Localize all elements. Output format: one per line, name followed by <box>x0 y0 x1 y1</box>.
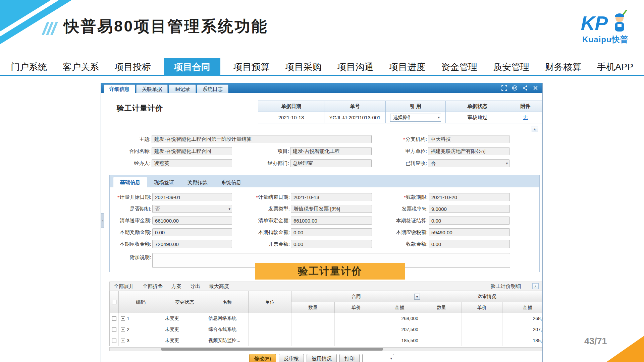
doc-status-value: 审核通过 <box>446 112 509 123</box>
receivable-amount-input[interactable]: 720490.00 <box>152 240 232 248</box>
cell-name: 综合布线系统 <box>206 324 249 335</box>
doc-header-table: 单据日期 单号 引 用 单据状态 附件 2021-10-13 YGJLJJ-20… <box>258 101 542 123</box>
contract-name-input[interactable]: 建发·吾悦智能化工程合同 <box>152 147 232 155</box>
close-icon[interactable] <box>533 85 538 91</box>
visa-settlement-input[interactable]: 0.00 <box>429 217 510 225</box>
im-icon[interactable] <box>512 85 518 91</box>
collapse-all-link[interactable]: 全部折叠 <box>143 283 163 290</box>
payment-term-input[interactable]: 2021-10-20 <box>429 193 510 201</box>
select-all-cell <box>110 291 119 313</box>
cell-contract-price <box>335 313 378 324</box>
invoice-tax-rate-input[interactable]: 9.0000 <box>429 205 510 213</box>
scheme-link[interactable]: 方案 <box>171 283 181 290</box>
table-row[interactable]: +1 未变更 信息网络系统 268,000 268,000 <box>110 313 543 324</box>
collapse-left-icon: ◄ <box>101 220 104 222</box>
sub-tab-basic-info[interactable]: 基础信息 <box>113 177 147 188</box>
select-all-checkbox[interactable] <box>112 300 116 304</box>
usage-button[interactable]: 被用情况 <box>307 354 337 362</box>
nav-item-progress[interactable]: 项目进度 <box>386 59 428 75</box>
expand-row-icon[interactable]: + <box>121 327 125 332</box>
branch-input[interactable]: 中天科技 <box>428 135 509 143</box>
share-icon[interactable] <box>522 85 528 91</box>
tab-system-log[interactable]: 系统日志 <box>197 84 228 93</box>
logo-mark: KP <box>581 13 608 34</box>
review-group-header: 送审情况 <box>421 291 543 302</box>
initial-period-select[interactable]: 否 ▾ <box>152 205 232 213</box>
nav-item-funds[interactable]: 资金管理 <box>438 59 480 75</box>
receivable-select[interactable]: 否 ▾ <box>428 159 509 167</box>
scrollbar-thumb[interactable] <box>161 348 383 351</box>
info-form: 主题: 建发·吾悦智能化工程合同第一阶段计量结算 *分支机构: 中天科技 合同名… <box>101 133 542 170</box>
reward-amount-input[interactable]: 0.00 <box>152 228 232 236</box>
sub-tab-site-visa[interactable]: 现场签证 <box>147 177 181 187</box>
invoiced-amount-input[interactable]: 0.00 <box>291 240 372 248</box>
nav-item-portal[interactable]: 门户系统 <box>8 59 50 75</box>
field-measure-start: *计量开始日期: 2021-09-01 <box>110 193 232 201</box>
row-checkbox[interactable] <box>112 339 116 343</box>
handler-input[interactable]: 凌燕英 <box>152 159 232 167</box>
field-deduction-amount: 本期扣款金额: 0.00 <box>237 228 372 237</box>
expand-all-link[interactable]: 全部展开 <box>114 283 134 290</box>
col-attachment: 附件 <box>509 101 542 112</box>
nav-item-procurement[interactable]: 项目采购 <box>283 59 324 75</box>
nav-item-communication[interactable]: 项目沟通 <box>334 59 376 75</box>
collapse-grid-button[interactable]: ∧ <box>532 283 539 289</box>
row-checkbox[interactable] <box>112 316 116 321</box>
document-title: 验工计量计价 <box>117 103 163 113</box>
col-name: 名称 <box>206 291 249 313</box>
nav-item-budget[interactable]: 项目预算 <box>231 59 272 75</box>
list-submitted-amount-input[interactable]: 661000.00 <box>152 217 232 225</box>
modify-button[interactable]: 修改(E) <box>249 354 276 362</box>
column-combo-button[interactable]: ▾ <box>414 294 420 300</box>
export-link[interactable]: 导出 <box>190 283 200 290</box>
project-input[interactable]: 建发·吾悦智能化工程 <box>290 147 372 155</box>
cell-change-status: 未变更 <box>163 335 206 346</box>
print-button[interactable]: 打印 <box>339 354 360 362</box>
deduction-amount-input[interactable]: 0.00 <box>291 228 372 236</box>
footer-button-bar: 修改(E) 反审核 被用情况 打印 ▾ <box>101 354 542 362</box>
attachment-link[interactable]: 无 <box>523 114 528 121</box>
overlay-banner: 验工计量计价 <box>255 263 405 280</box>
list-approved-amount-input[interactable]: 661000.00 <box>291 217 372 225</box>
cell-unit <box>249 335 291 346</box>
row-checkbox[interactable] <box>112 327 116 332</box>
collected-amount-input[interactable]: 0.00 <box>429 240 510 248</box>
tab-related-docs[interactable]: 关联单据 <box>136 84 168 93</box>
measure-end-input[interactable]: 2021-10-13 <box>291 193 372 201</box>
table-row[interactable]: +3 未变更 视频安防监控... 185,500 185,500 <box>110 335 543 346</box>
col-review-amount: 金额 <box>502 302 543 313</box>
sub-tab-system-info[interactable]: 系统信息 <box>214 177 248 187</box>
field-initial-period: 是否期初: 否 ▾ <box>110 204 232 213</box>
nav-item-mobile-app[interactable]: 手机APP <box>594 59 636 75</box>
fullscreen-icon[interactable] <box>501 85 507 91</box>
max-height-link[interactable]: 最大高度 <box>209 283 229 290</box>
tab-im-record[interactable]: IM记录 <box>169 84 196 93</box>
nav-item-finance[interactable]: 财务核算 <box>542 59 584 75</box>
measure-start-input[interactable]: 2021-09-01 <box>152 193 232 201</box>
nav-item-crm[interactable]: 客户关系 <box>60 59 102 75</box>
table-row[interactable]: +2 未变更 综合布线系统 207,500 207,500 <box>110 324 543 335</box>
panel-collapse-handle[interactable]: ◄ <box>101 213 104 228</box>
horizontal-scrollbar[interactable] <box>109 347 543 351</box>
window-controls <box>501 85 538 91</box>
handler-dept-input[interactable]: 总经理室 <box>290 159 372 167</box>
reference-select[interactable]: 选择操作 ▾ <box>390 114 441 122</box>
collapse-header-button[interactable]: ∧ <box>532 126 538 132</box>
col-contract-amount: 金额 <box>378 302 421 313</box>
nav-item-bidding[interactable]: 项目投标 <box>112 59 154 75</box>
party-a-input[interactable]: 福建兆联房地产有限公司 <box>428 147 509 155</box>
expand-row-icon[interactable]: + <box>121 316 125 321</box>
expand-row-icon[interactable]: + <box>121 339 125 343</box>
footer-dropdown[interactable]: ▾ <box>362 354 394 362</box>
field-invoiced-amount: 开票金额: 0.00 <box>237 240 372 248</box>
tab-detail-info[interactable]: 详细信息 <box>104 84 135 93</box>
unapprove-button[interactable]: 反审核 <box>279 354 304 362</box>
sub-tab-reward-deduction[interactable]: 奖励扣款 <box>181 177 214 187</box>
field-invoice-type: 发票类型: 增值税专用发票 [9%] <box>237 204 372 213</box>
nav-item-quality[interactable]: 质安管理 <box>490 59 532 75</box>
tax-payable-input[interactable]: 59490.00 <box>429 228 510 236</box>
subject-input[interactable]: 建发·吾悦智能化工程合同第一阶段计量结算 <box>152 135 372 143</box>
detail-grid-title: 验工计价明细 <box>491 283 521 290</box>
invoice-type-input[interactable]: 增值税专用发票 [9%] <box>291 205 372 213</box>
nav-item-contract[interactable]: 项目合同 <box>164 58 220 76</box>
